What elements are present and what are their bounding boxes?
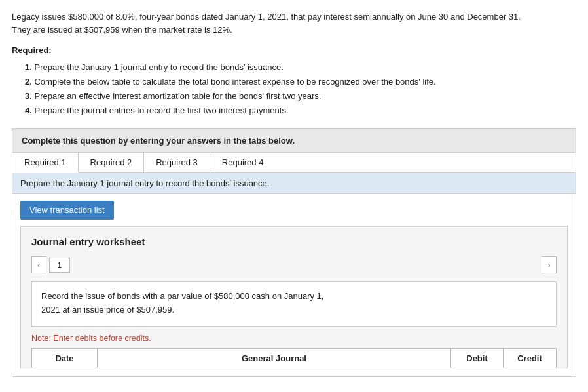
requirement-3: 3. Prepare an effective interest amortiz…	[25, 89, 576, 104]
required-heading: Required:	[12, 45, 576, 55]
col-header-credit: Credit	[504, 349, 556, 368]
col-header-date: Date	[32, 349, 98, 368]
tab-required-2[interactable]: Required 2	[79, 153, 145, 172]
requirement-4: 4. Prepare the journal entries to record…	[25, 104, 576, 118]
col-header-general-journal: General Journal	[98, 349, 451, 368]
intro-line2: They are issued at $507,959 when the mar…	[12, 25, 232, 35]
requirement-1: 1. Prepare the January 1 journal entry t…	[25, 60, 576, 75]
worksheet-nav-row: ‹ 1 ›	[31, 256, 557, 273]
intro-line1: Legacy issues $580,000 of 8.0%, four-yea…	[12, 12, 521, 22]
tab-required-4[interactable]: Required 4	[210, 153, 276, 172]
tabs-outer-wrapper: Required 1 Required 2 Required 3 Require…	[12, 153, 576, 377]
tab-content-description: Prepare the January 1 journal entry to r…	[12, 173, 576, 194]
tab-required-3[interactable]: Required 3	[144, 153, 210, 172]
journal-entry-worksheet: Journal entry worksheet ‹ 1 › Record the…	[20, 226, 568, 368]
intro-paragraph: Legacy issues $580,000 of 8.0%, four-yea…	[12, 10, 576, 36]
requirement-2: 2. Complete the below table to calculate…	[25, 75, 576, 89]
record-text-line1: Record the issue of bonds with a par val…	[41, 291, 323, 301]
col-header-debit: Debit	[451, 349, 504, 368]
view-transaction-button[interactable]: View transaction list	[20, 201, 114, 220]
tab-required-1[interactable]: Required 1	[12, 153, 79, 173]
worksheet-title: Journal entry worksheet	[31, 236, 557, 247]
complete-bar: Complete this question by entering your …	[12, 128, 576, 153]
tabs-row: Required 1 Required 2 Required 3 Require…	[12, 153, 576, 173]
record-description-box: Record the issue of bonds with a par val…	[31, 281, 557, 327]
prev-page-button[interactable]: ‹	[31, 256, 46, 273]
next-page-button[interactable]: ›	[542, 256, 557, 273]
table-header-row: Date General Journal Debit Credit	[31, 348, 557, 368]
requirements-list: 1. Prepare the January 1 journal entry t…	[12, 60, 576, 118]
page-number: 1	[49, 258, 70, 273]
record-text-line2: 2021 at an issue price of $507,959.	[41, 305, 174, 315]
note-text: Note: Enter debits before credits.	[31, 334, 557, 343]
